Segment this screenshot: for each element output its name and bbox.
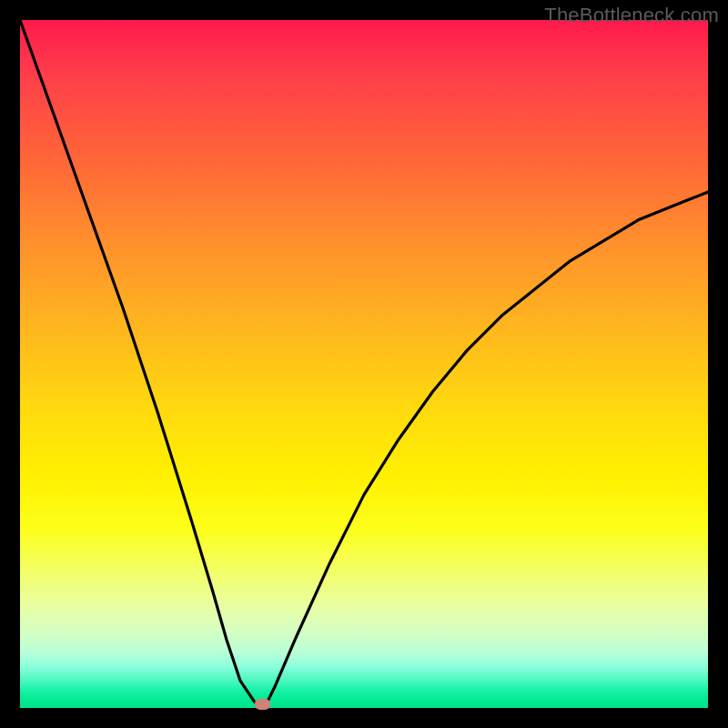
curve-line bbox=[20, 20, 708, 708]
optimum-marker bbox=[255, 699, 270, 710]
chart-plot-area bbox=[20, 20, 708, 708]
bottleneck-curve bbox=[20, 20, 708, 708]
watermark-label: TheBottleneck.com bbox=[544, 4, 719, 27]
